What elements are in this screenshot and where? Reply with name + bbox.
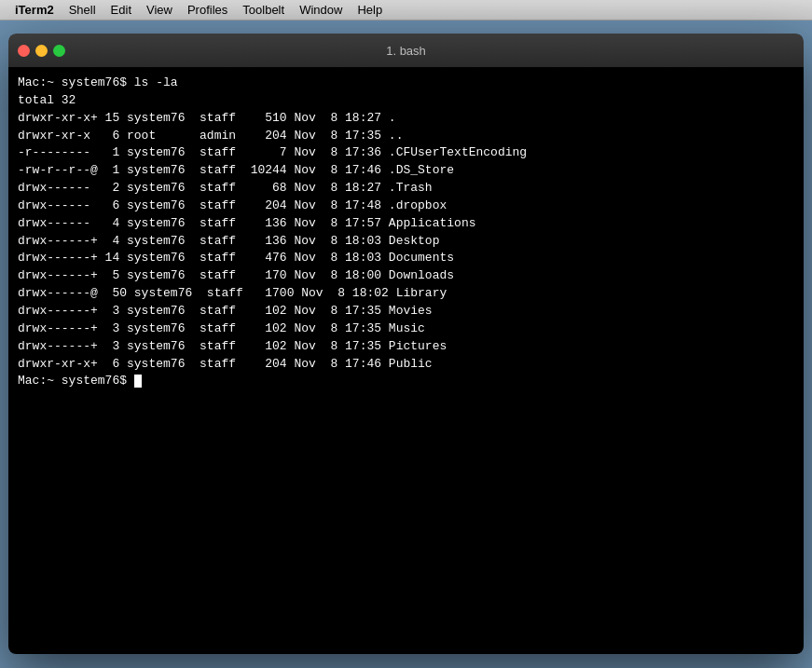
menu-shell[interactable]: Shell xyxy=(62,0,103,20)
term-line: drwx------@ 50 system76 staff 1700 Nov 8… xyxy=(18,285,794,303)
menu-edit[interactable]: Edit xyxy=(103,0,139,20)
menu-app-name[interactable]: iTerm2 xyxy=(7,0,62,20)
term-line: drwx------ 6 system76 staff 204 Nov 8 17… xyxy=(18,198,794,215)
term-line: drwxr-xr-x+ 15 system76 staff 510 Nov 8 … xyxy=(18,110,794,128)
term-line: total 32 xyxy=(18,92,794,110)
term-line: drwx------ 2 system76 staff 68 Nov 8 18:… xyxy=(18,180,794,198)
term-line: drwxr-xr-x+ 6 system76 staff 204 Nov 8 1… xyxy=(18,356,794,374)
term-line: Mac:~ system76$ ls -la xyxy=(18,75,794,92)
prompt-line: Mac:~ system76$ xyxy=(18,373,794,390)
terminal-window: 1. bash Mac:~ system76$ ls -la total 32 … xyxy=(8,34,804,654)
terminal-body[interactable]: Mac:~ system76$ ls -la total 32 drwxr-xr… xyxy=(8,67,804,654)
menu-window[interactable]: Window xyxy=(292,0,350,20)
term-line: drwx------+ 4 system76 staff 136 Nov 8 1… xyxy=(18,233,794,251)
term-line: drwx------+ 5 system76 staff 170 Nov 8 1… xyxy=(18,267,794,285)
maximize-button[interactable] xyxy=(53,45,65,57)
term-line: drwx------+ 3 system76 staff 102 Nov 8 1… xyxy=(18,320,794,338)
term-line: drwxr-xr-x 6 root admin 204 Nov 8 17:35 … xyxy=(18,128,794,145)
title-bar: 1. bash xyxy=(8,34,804,67)
menu-help[interactable]: Help xyxy=(350,0,390,20)
cursor xyxy=(134,375,142,388)
menu-profiles[interactable]: Profiles xyxy=(180,0,235,20)
term-line: drwx------ 4 system76 staff 136 Nov 8 17… xyxy=(18,215,794,233)
window-buttons xyxy=(18,45,65,57)
term-line: drwx------+ 3 system76 staff 102 Nov 8 1… xyxy=(18,303,794,320)
term-line: drwx------+ 3 system76 staff 102 Nov 8 1… xyxy=(18,338,794,356)
minimize-button[interactable] xyxy=(35,45,48,57)
close-button[interactable] xyxy=(18,45,30,57)
menu-view[interactable]: View xyxy=(139,0,180,20)
term-line: -rw-r--r--@ 1 system76 staff 10244 Nov 8… xyxy=(18,162,794,180)
menubar: iTerm2 Shell Edit View Profiles Toolbelt… xyxy=(0,0,812,20)
term-line: drwx------+ 14 system76 staff 476 Nov 8 … xyxy=(18,250,794,267)
term-line: -r-------- 1 system76 staff 7 Nov 8 17:3… xyxy=(18,144,794,162)
window-title: 1. bash xyxy=(386,44,426,58)
menu-toolbelt[interactable]: Toolbelt xyxy=(235,0,292,20)
